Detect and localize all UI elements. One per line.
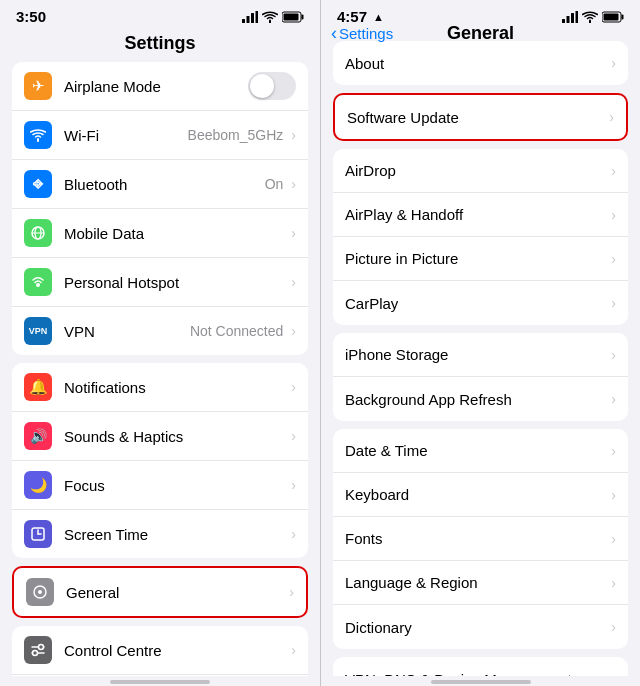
wifi-row[interactable]: Wi-Fi Beebom_5GHz › [12, 111, 308, 160]
svg-rect-6 [284, 13, 299, 20]
general-label: General [66, 584, 119, 601]
about-label: About [345, 55, 611, 72]
mobile-chevron: › [291, 225, 296, 241]
right-wifi-icon [582, 11, 598, 23]
bluetooth-label: Bluetooth [64, 176, 127, 193]
svg-rect-29 [567, 16, 570, 23]
mobile-data-label: Mobile Data [64, 225, 144, 242]
vpn-value: Not Connected [190, 323, 283, 339]
storage-section: iPhone Storage › Background App Refresh … [333, 333, 628, 421]
language-row[interactable]: Language & Region › [333, 561, 628, 605]
bluetooth-row[interactable]: ⎆ Bluetooth On › [12, 160, 308, 209]
left-time: 3:50 [16, 8, 46, 25]
airplay-label: AirPlay & Handoff [345, 206, 611, 223]
software-update-row[interactable]: Software Update › [335, 95, 626, 139]
general-highlighted-section[interactable]: General › [12, 566, 308, 618]
control-centre-row[interactable]: Control Centre › [12, 626, 308, 675]
right-status-icons [562, 11, 624, 23]
notifications-section: 🔔 Notifications › 🔊 Sounds & Haptics › [12, 363, 308, 558]
right-settings-list: About › Software Update › AirDrop › AirP… [321, 41, 640, 676]
right-nav: ‹ Settings General [321, 29, 640, 41]
focus-label: Focus [64, 477, 105, 494]
about-section: About › [333, 41, 628, 85]
notif-chevron: › [291, 379, 296, 395]
right-signal-icon [562, 11, 578, 23]
language-label: Language & Region [345, 574, 611, 591]
sounds-icon: 🔊 [24, 422, 52, 450]
screentime-chevron: › [291, 526, 296, 542]
about-row[interactable]: About › [333, 41, 628, 85]
fonts-row[interactable]: Fonts › [333, 517, 628, 561]
connectivity-section: ✈ Airplane Mode Wi-F [12, 62, 308, 355]
general-icon [26, 578, 54, 606]
focus-icon: 🌙 [24, 471, 52, 499]
airplane-toggle[interactable] [248, 72, 296, 100]
wifi-value: Beebom_5GHz [188, 127, 284, 143]
iphone-storage-label: iPhone Storage [345, 346, 611, 363]
svg-rect-5 [302, 14, 304, 19]
screentime-row[interactable]: Screen Time › [12, 510, 308, 558]
control-label: Control Centre [64, 642, 162, 659]
wifi-chevron: › [291, 127, 296, 143]
pip-row[interactable]: Picture in Picture › [333, 237, 628, 281]
sounds-row[interactable]: 🔊 Sounds & Haptics › [12, 412, 308, 461]
airdrop-label: AirDrop [345, 162, 611, 179]
right-panel: 4:57 ▲ ‹ Se [321, 0, 640, 686]
svg-rect-3 [256, 11, 259, 23]
airdrop-row[interactable]: AirDrop › [333, 149, 628, 193]
display-section: Control Centre › AA Display & Brightness… [12, 626, 308, 676]
svg-rect-30 [571, 13, 574, 23]
control-chevron: › [291, 642, 296, 658]
dictionary-row[interactable]: Dictionary › [333, 605, 628, 649]
mobile-data-icon [24, 219, 52, 247]
airplay-row[interactable]: AirPlay & Handoff › [333, 193, 628, 237]
datetime-label: Date & Time [345, 442, 611, 459]
mobile-data-row[interactable]: Mobile Data › [12, 209, 308, 258]
vpn-icon: VPN [24, 317, 52, 345]
bg-refresh-row[interactable]: Background App Refresh › [333, 377, 628, 421]
software-update-highlighted[interactable]: Software Update › [333, 93, 628, 141]
svg-rect-1 [247, 16, 250, 23]
back-button[interactable]: ‹ Settings [331, 23, 393, 44]
general-row[interactable]: General › [14, 568, 306, 616]
airplane-icon: ✈ [24, 72, 52, 100]
location-icon: ▲ [373, 11, 384, 23]
pip-label: Picture in Picture [345, 250, 611, 267]
svg-rect-34 [604, 13, 619, 20]
signal-icon [242, 11, 258, 23]
airplane-label: Airplane Mode [64, 78, 161, 95]
iphone-storage-row[interactable]: iPhone Storage › [333, 333, 628, 377]
hotspot-row[interactable]: Personal Hotspot › [12, 258, 308, 307]
focus-row[interactable]: 🌙 Focus › [12, 461, 308, 510]
bluetooth-chevron: › [291, 176, 296, 192]
vpn-label: VPN [64, 323, 95, 340]
software-update-label: Software Update [347, 109, 609, 126]
left-status-bar: 3:50 [0, 0, 320, 29]
keyboard-row[interactable]: Keyboard › [333, 473, 628, 517]
right-battery-icon [602, 11, 624, 23]
notifications-row[interactable]: 🔔 Notifications › [12, 363, 308, 412]
bluetooth-value: On [265, 176, 284, 192]
carplay-row[interactable]: CarPlay › [333, 281, 628, 325]
datetime-row[interactable]: Date & Time › [333, 429, 628, 473]
left-panel: 3:50 Settings [0, 0, 320, 686]
vpn-chevron: › [291, 323, 296, 339]
left-page-title: Settings [0, 29, 320, 62]
airplane-mode-row[interactable]: ✈ Airplane Mode [12, 62, 308, 111]
bluetooth-icon: ⎆ [24, 170, 52, 198]
bg-refresh-label: Background App Refresh [345, 391, 611, 408]
screentime-label: Screen Time [64, 526, 148, 543]
vpn-dns-row[interactable]: VPN, DNS & Device Management › [333, 657, 628, 676]
left-home-indicator [0, 676, 320, 686]
display-row[interactable]: AA Display & Brightness › [12, 675, 308, 676]
datetime-section: Date & Time › Keyboard › Fonts › Languag… [333, 429, 628, 649]
svg-rect-33 [622, 14, 624, 19]
general-chevron: › [289, 584, 294, 600]
keyboard-label: Keyboard [345, 486, 611, 503]
right-page-title: General [447, 23, 514, 44]
vpn-row[interactable]: VPN VPN Not Connected › [12, 307, 308, 355]
wifi-settings-icon [24, 121, 52, 149]
carplay-label: CarPlay [345, 295, 611, 312]
battery-icon [282, 11, 304, 23]
wifi-icon [262, 11, 278, 23]
